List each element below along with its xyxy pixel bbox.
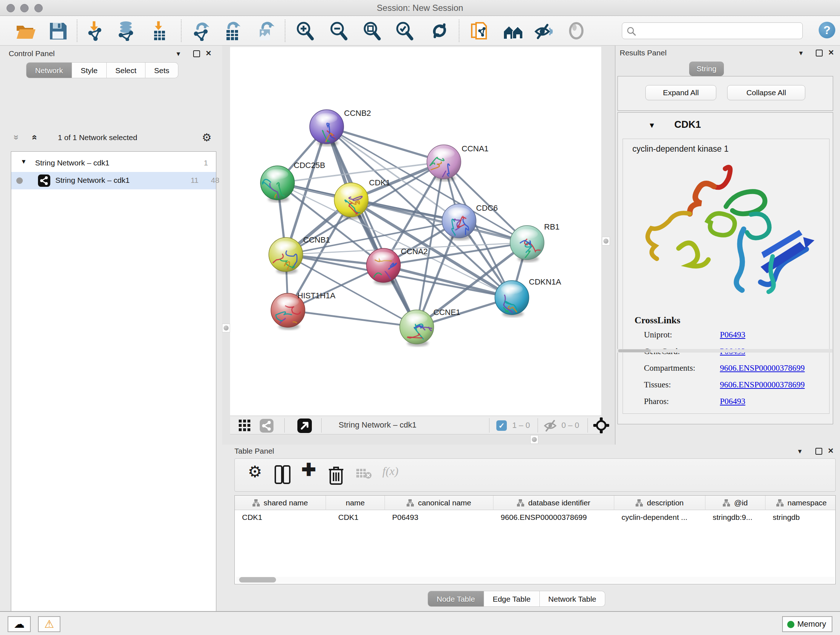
hidden-eye-icon[interactable] <box>543 420 557 432</box>
column-header-name[interactable]: name <box>326 496 385 510</box>
cloud-button[interactable]: ☁ <box>8 616 31 632</box>
network-canvas[interactable]: CCNB2CCNA1CDC25BCDK1CDC6RB1CCNB1CCNA2CDK… <box>230 47 601 416</box>
column-header-namespace[interactable]: namespace <box>766 496 836 510</box>
table-horizontal-scrollbar[interactable] <box>236 577 835 583</box>
table-cell[interactable]: CDK1 <box>235 510 326 524</box>
crosslink-value-link[interactable]: 9606.ENSP00000378699 <box>720 380 805 390</box>
node-CDC25B[interactable]: CDC25B <box>261 161 325 212</box>
help-button[interactable]: ? <box>819 22 835 38</box>
table-cell[interactable]: stringdb:9... <box>706 510 766 524</box>
collapse-all-icon[interactable]: » <box>11 135 22 140</box>
tab-style[interactable]: Style <box>72 62 107 78</box>
gene-expand-icon[interactable]: ▼ <box>648 121 655 130</box>
table-settings-gear-icon[interactable]: ⚙ <box>248 462 262 481</box>
open-session-icon[interactable] <box>15 21 35 41</box>
right-splitter[interactable] <box>601 46 615 445</box>
tab-node-table[interactable]: Node Table <box>428 591 484 607</box>
expand-all-button[interactable]: Expand All <box>645 85 716 100</box>
network-list-toolbar: » » 1 of 1 Network selected ⚙ <box>11 128 216 149</box>
tab-select[interactable]: Select <box>107 62 145 78</box>
column-header-canonical-name[interactable]: canonical name <box>385 496 493 510</box>
zoom-selected-icon[interactable] <box>394 21 415 41</box>
delete-row-trash-icon[interactable] <box>328 465 344 485</box>
import-network-file-icon[interactable] <box>85 21 105 41</box>
crosslink-value-link[interactable]: 9606.ENSP00000378699 <box>720 363 805 373</box>
search-input[interactable] <box>622 22 803 39</box>
add-row-plus-icon[interactable]: ✚ <box>302 459 316 480</box>
tab-network-table[interactable]: Network Table <box>540 591 606 607</box>
refresh-view-icon[interactable] <box>429 21 450 41</box>
delete-table-icon[interactable] <box>356 468 371 479</box>
tab-sets[interactable]: Sets <box>145 62 178 78</box>
float-panel-icon[interactable] <box>193 50 200 57</box>
node-CDKN1A[interactable]: CDKN1A <box>495 277 561 321</box>
node-CCNB2[interactable]: CCNB2 <box>309 109 371 148</box>
zoom-fit-icon[interactable] <box>362 21 382 41</box>
column-header-description[interactable]: description <box>614 496 706 510</box>
float-panel-icon[interactable] <box>816 50 823 57</box>
column-header-shared-name[interactable]: shared name <box>235 496 326 510</box>
string-results-tab[interactable]: String <box>689 62 724 76</box>
node-label-CDC25B: CDC25B <box>294 161 325 170</box>
export-image-icon[interactable] <box>256 21 276 41</box>
crosslink-value-link[interactable]: P06493 <box>720 330 745 340</box>
tab-edge-table[interactable]: Edge Table <box>484 591 540 607</box>
string-view-icon[interactable] <box>260 419 273 432</box>
collapse-panel-icon[interactable]: ▾ <box>798 447 802 455</box>
selected-checkbox[interactable]: ✓ <box>496 420 507 431</box>
import-network-database-icon[interactable] <box>116 21 136 41</box>
export-table-icon[interactable] <box>222 21 242 41</box>
network-list: ▼ String Network – cdk1 1 String Network… <box>11 151 216 629</box>
table-cell[interactable]: P06493 <box>385 510 493 524</box>
left-splitter-grip[interactable] <box>222 324 230 333</box>
string-network-graph[interactable]: CCNB2CCNA1CDC25BCDK1CDC6RB1CCNB1CCNA2CDK… <box>230 47 601 416</box>
columns-icon[interactable] <box>275 465 291 484</box>
network-row-selected[interactable]: String Network – cdk1 11 48 <box>11 172 216 189</box>
tree-expand-icon[interactable]: ▼ <box>21 158 27 165</box>
warnings-button[interactable]: ⚠ <box>38 616 60 632</box>
birds-eye-view-icon[interactable] <box>297 418 312 433</box>
copy-network-view-icon[interactable] <box>470 21 490 41</box>
separator <box>538 418 538 432</box>
network-collection-row[interactable]: ▼ String Network – cdk1 1 <box>11 155 216 172</box>
export-network-icon[interactable] <box>191 21 211 41</box>
string-home-icon[interactable] <box>503 21 523 41</box>
crosslink-value-link[interactable]: P06493 <box>720 397 745 406</box>
node-HIST1H1A[interactable]: HIST1H1A <box>271 291 335 342</box>
tab-network[interactable]: Network <box>26 62 72 78</box>
close-panel-icon[interactable]: ✕ <box>828 48 834 57</box>
table-cell[interactable]: stringdb <box>766 510 836 524</box>
column-header-database-identifier[interactable]: database identifier <box>493 496 614 510</box>
close-panel-icon[interactable]: ✕ <box>828 447 834 455</box>
column-header-@id[interactable]: @id <box>706 496 766 510</box>
import-table-file-icon[interactable] <box>149 21 169 41</box>
close-panel-icon[interactable]: ✕ <box>205 49 212 57</box>
horizontal-splitter-grip[interactable] <box>531 435 538 444</box>
table-cell[interactable]: CDK1 <box>326 510 385 524</box>
zoom-out-icon[interactable] <box>328 21 349 41</box>
node-RB1[interactable]: RB1 <box>510 222 560 264</box>
table-cell[interactable]: 9606.ENSP00000378699 <box>493 510 614 524</box>
results-scrollbar[interactable] <box>617 349 832 353</box>
zoom-in-icon[interactable] <box>295 21 315 41</box>
collapse-panel-icon[interactable]: ▾ <box>177 49 180 58</box>
collapse-all-button[interactable]: Collapse All <box>727 85 805 100</box>
node-CDC6[interactable]: CDC6 <box>442 203 498 242</box>
node-table[interactable]: shared namenamecanonical namedatabase id… <box>234 495 836 584</box>
crosshair-icon[interactable] <box>593 417 609 433</box>
hide-eye-icon[interactable] <box>533 21 553 41</box>
float-panel-icon[interactable] <box>815 448 822 455</box>
right-splitter-grip[interactable] <box>602 237 610 245</box>
expand-all-icon[interactable]: » <box>28 135 39 140</box>
collapse-panel-icon[interactable]: ▾ <box>799 49 803 57</box>
save-session-icon[interactable] <box>48 21 68 41</box>
table-row[interactable]: CDK1CDK1P064939606.ENSP00000378699cyclin… <box>235 510 836 524</box>
table-cell[interactable]: cyclin-dependent ... <box>614 510 706 524</box>
network-options-gear-icon[interactable]: ⚙ <box>202 131 212 144</box>
function-builder-icon[interactable]: f(x) <box>382 464 398 478</box>
grid-view-icon[interactable] <box>239 420 251 432</box>
memory-button[interactable]: Memory <box>782 616 832 632</box>
node-CCNE1[interactable]: CCNE1 <box>400 308 461 347</box>
gray-eye-icon[interactable] <box>566 21 586 41</box>
node-CCNA1[interactable]: CCNA1 <box>427 144 489 187</box>
